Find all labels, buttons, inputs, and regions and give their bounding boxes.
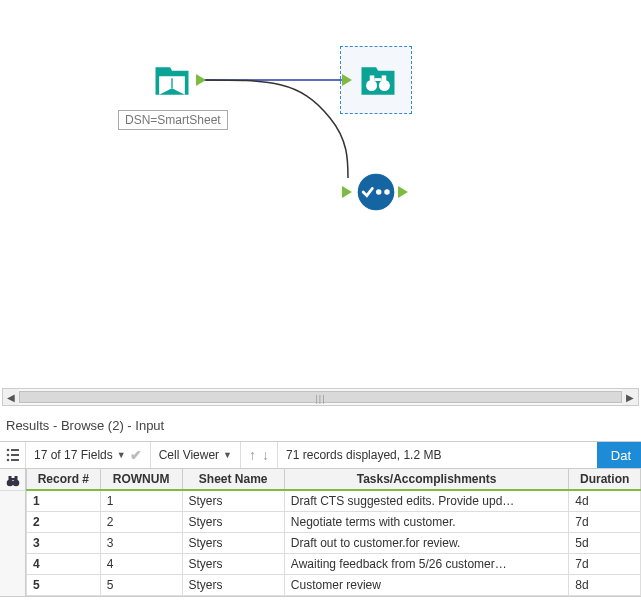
cell-task: Awaiting feedback from 5/26 customer… <box>284 554 568 575</box>
connection-input-to-browse <box>0 0 641 388</box>
cell-task: Customer review <box>284 575 568 596</box>
results-table[interactable]: Record # ROWNUM Sheet Name Tasks/Accompl… <box>26 469 641 596</box>
records-summary-label: 71 records displayed, 1.2 MB <box>286 448 441 462</box>
binoculars-icon <box>5 473 21 487</box>
fields-summary-label: 17 of 17 Fields <box>34 448 113 462</box>
svg-rect-14 <box>11 459 19 461</box>
table-row[interactable]: 55StyersCustomer review8d <box>27 575 641 596</box>
cell-sheet: Styers <box>182 575 284 596</box>
cell-viewer-dropdown[interactable]: Cell Viewer ▼ <box>151 442 241 468</box>
fields-dropdown[interactable]: 17 of 17 Fields ▼ ✔ <box>26 442 151 468</box>
cell-duration: 5d <box>569 533 641 554</box>
cell-duration: 8d <box>569 575 641 596</box>
cell-duration: 7d <box>569 512 641 533</box>
round-out-port[interactable] <box>398 186 408 198</box>
cell-rownum: 1 <box>100 490 182 512</box>
browse-tool[interactable] <box>354 56 402 104</box>
data-button[interactable]: Dat <box>597 442 641 468</box>
browse-in-port[interactable] <box>342 74 352 86</box>
scroll-grip-icon: ||| <box>315 394 325 404</box>
svg-rect-4 <box>382 75 387 81</box>
svg-point-9 <box>6 449 9 452</box>
svg-rect-10 <box>11 449 19 451</box>
field-config-button[interactable] <box>0 442 26 468</box>
cell-duration: 4d <box>569 490 641 512</box>
table-row[interactable]: 44StyersAwaiting feedback from 5/26 cust… <box>27 554 641 575</box>
binoculars-folder-icon <box>356 58 400 102</box>
col-header-record[interactable]: Record # <box>27 469 101 490</box>
svg-point-13 <box>6 459 9 462</box>
results-title: Results - Browse (2) - Input <box>0 414 641 441</box>
cell-record: 1 <box>27 490 101 512</box>
chevron-down-icon: ▼ <box>117 450 126 460</box>
cell-rownum: 3 <box>100 533 182 554</box>
cell-sheet: Styers <box>182 512 284 533</box>
cell-task: Draft out to customer.for review. <box>284 533 568 554</box>
cell-rownum: 4 <box>100 554 182 575</box>
svg-point-7 <box>376 189 382 195</box>
cell-record: 3 <box>27 533 101 554</box>
results-side-icons <box>0 469 26 596</box>
table-row[interactable]: 33StyersDraft out to customer.for review… <box>27 533 641 554</box>
cell-sheet: Styers <box>182 490 284 512</box>
binoculars-tab-button[interactable] <box>0 469 26 491</box>
results-toolbar: 17 of 17 Fields ▼ ✔ Cell Viewer ▼ ↑ ↓ 71… <box>0 441 641 469</box>
results-grid-wrap: Record # ROWNUM Sheet Name Tasks/Accompl… <box>0 469 641 597</box>
workflow-canvas[interactable]: DSN=SmartSheet <box>0 0 641 388</box>
scroll-right-arrow[interactable]: ▶ <box>622 389 638 405</box>
canvas-horizontal-scrollbar[interactable]: ◀ ||| ▶ <box>2 388 639 406</box>
arrow-up-icon[interactable]: ↑ <box>249 447 256 463</box>
cell-task: Negotiate terms with customer. <box>284 512 568 533</box>
svg-rect-3 <box>370 75 375 81</box>
cell-rownum: 2 <box>100 512 182 533</box>
cell-sheet: Styers <box>182 533 284 554</box>
round-in-port[interactable] <box>342 186 352 198</box>
data-button-label: Dat <box>611 448 631 463</box>
cell-record: 5 <box>27 575 101 596</box>
round-checks-icon <box>354 170 398 214</box>
input-node-label: DSN=SmartSheet <box>118 110 228 130</box>
svg-point-11 <box>6 454 9 457</box>
cell-duration: 7d <box>569 554 641 575</box>
cell-record: 4 <box>27 554 101 575</box>
col-header-duration[interactable]: Duration <box>569 469 641 490</box>
col-header-rownum[interactable]: ROWNUM <box>100 469 182 490</box>
col-header-sheet[interactable]: Sheet Name <box>182 469 284 490</box>
svg-rect-12 <box>11 454 19 456</box>
cell-task: Draft CTS suggested edits. Provide upd… <box>284 490 568 512</box>
cell-record: 2 <box>27 512 101 533</box>
col-header-tasks[interactable]: Tasks/Accomplishments <box>284 469 568 490</box>
checkmark-icon: ✔ <box>130 447 142 463</box>
folder-book-icon <box>150 58 194 102</box>
input-out-port[interactable] <box>196 74 206 86</box>
arrow-down-icon[interactable]: ↓ <box>262 447 269 463</box>
table-row[interactable]: 22StyersNegotiate terms with customer.7d <box>27 512 641 533</box>
list-dots-icon <box>5 447 21 463</box>
cell-rownum: 5 <box>100 575 182 596</box>
output-tool[interactable] <box>352 168 400 216</box>
svg-point-8 <box>384 189 390 195</box>
chevron-down-icon: ▼ <box>223 450 232 460</box>
svg-rect-5 <box>374 78 381 81</box>
scroll-track[interactable]: ||| <box>19 389 622 405</box>
results-panel: Results - Browse (2) - Input 17 of 17 Fi… <box>0 414 641 597</box>
table-row[interactable]: 11StyersDraft CTS suggested edits. Provi… <box>27 490 641 512</box>
cell-sheet: Styers <box>182 554 284 575</box>
records-summary: 71 records displayed, 1.2 MB <box>278 442 449 468</box>
input-data-tool[interactable] <box>148 56 196 104</box>
scroll-thumb[interactable]: ||| <box>19 391 622 403</box>
sort-controls[interactable]: ↑ ↓ <box>241 442 278 468</box>
cell-viewer-label: Cell Viewer <box>159 448 219 462</box>
svg-rect-19 <box>11 478 15 480</box>
table-header-row: Record # ROWNUM Sheet Name Tasks/Accompl… <box>27 469 641 490</box>
scroll-left-arrow[interactable]: ◀ <box>3 389 19 405</box>
